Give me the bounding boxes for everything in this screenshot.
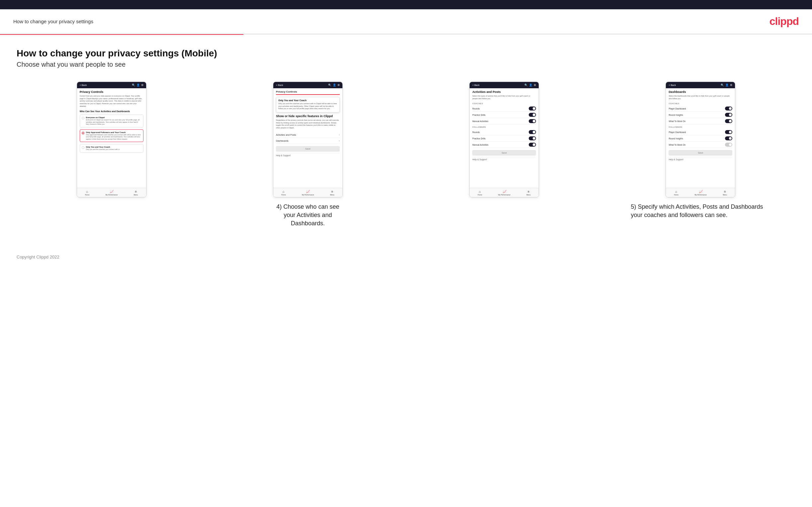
radio-text-approved: Only Approved Followers and Your Coach O… <box>86 131 142 140</box>
followers-workon-toggle-4[interactable] <box>725 143 732 147</box>
search-icon-1[interactable]: 🔍 <box>132 83 135 87</box>
mob-nav-menu-4[interactable]: ≡ Menu <box>723 190 727 196</box>
mobile-frame-1: < Back 🔍 👤 ⚙ Privacy Controls Control ho… <box>77 81 146 198</box>
back-btn-4[interactable]: < Back <box>668 84 676 86</box>
perf-icon-1: 📈 <box>110 190 114 193</box>
show-hide-title-2: Show or hide specific features in Clippd <box>276 114 340 118</box>
radio-option-youcoach[interactable]: Only You and Your Coach Only you and the… <box>80 144 144 153</box>
mob-nav-home-1[interactable]: ⌂ Home <box>85 190 89 196</box>
help-support-2: Help & Support <box>276 153 340 158</box>
radio-circle-approved <box>82 132 84 134</box>
toggle-followers-manual-3[interactable]: Manual Activities <box>472 142 536 148</box>
screenshot-block-3: < Back 🔍 👤 ⚙ Activities and Posts Select… <box>409 81 599 198</box>
topbar-icons-2: 🔍 👤 ⚙ <box>328 83 340 87</box>
activities-posts-title-3: Activities and Posts <box>472 90 536 94</box>
followers-rounds-label-3: Rounds <box>472 131 479 133</box>
privacy-desc-1: Control how you and your data appears to… <box>80 95 144 108</box>
settings-icon-2[interactable]: ⚙ <box>338 83 340 87</box>
coaches-insights-label-4: Round Insights <box>668 114 683 116</box>
save-btn-4[interactable]: Save <box>668 150 732 156</box>
screenshot-block-1: < Back 🔍 👤 ⚙ Privacy Controls Control ho… <box>16 81 206 198</box>
save-btn-2[interactable]: Save <box>276 146 340 152</box>
toggle-coaches-insights-4[interactable]: Round Insights <box>668 112 732 118</box>
search-icon-4[interactable]: 🔍 <box>721 83 724 87</box>
search-icon-2[interactable]: 🔍 <box>328 83 332 87</box>
save-btn-3[interactable]: Save <box>472 150 536 156</box>
nav-dashboards[interactable]: Dashboards › <box>276 138 340 144</box>
activities-chevron: › <box>339 133 340 136</box>
mob-content-2: Privacy Controls Only You and Your Coach… <box>273 88 342 188</box>
mob-nav-home-2[interactable]: ⌂ Home <box>281 190 286 196</box>
mob-nav-perf-2[interactable]: 📈 My Performance <box>302 190 314 196</box>
people-icon-3[interactable]: 👤 <box>529 83 532 87</box>
home-label-4: Home <box>674 194 678 196</box>
mob-nav-menu-2[interactable]: ≡ Menu <box>330 190 335 196</box>
search-icon-3[interactable]: 🔍 <box>524 83 528 87</box>
mob-nav-home-3[interactable]: ⌂ Home <box>477 190 482 196</box>
perf-icon-2: 📈 <box>306 190 310 193</box>
toggle-followers-insights-4[interactable]: Round Insights <box>668 135 732 142</box>
popup-title-2: Only You and Your Coach <box>278 99 338 102</box>
coaches-manual-toggle-3[interactable] <box>529 119 536 123</box>
settings-icon-1[interactable]: ⚙ <box>141 83 144 87</box>
toggle-coaches-workon-4[interactable]: What To Work On <box>668 118 732 124</box>
topbar-icons-3: 🔍 👤 ⚙ <box>524 83 536 87</box>
people-icon-1[interactable]: 👤 <box>137 83 140 87</box>
settings-icon-4[interactable]: ⚙ <box>730 83 732 87</box>
mob-nav-menu-1[interactable]: ≡ Menu <box>134 190 138 196</box>
toggle-coaches-player-4[interactable]: Player Dashboard <box>668 106 732 112</box>
back-btn-3[interactable]: < Back <box>472 84 479 86</box>
copyright: Copyright Clippd 2022 <box>16 255 59 260</box>
dashboards-label: Dashboards <box>276 140 289 142</box>
coaches-workon-toggle-4[interactable] <box>725 119 732 123</box>
mob-topbar-3: < Back 🔍 👤 ⚙ <box>470 82 539 88</box>
mob-nav-menu-3[interactable]: ≡ Menu <box>526 190 531 196</box>
followers-insights-toggle-4[interactable] <box>725 136 732 140</box>
home-icon-1: ⌂ <box>86 190 88 193</box>
followers-drills-toggle-3[interactable] <box>529 136 536 140</box>
topbar-icons-1: 🔍 👤 ⚙ <box>132 83 144 87</box>
toggle-followers-player-4[interactable]: Player Dashboard <box>668 129 732 135</box>
coaches-workon-label-4: What To Work On <box>668 120 686 122</box>
perf-label-3: My Performance <box>498 194 510 196</box>
coaches-rounds-toggle-3[interactable] <box>529 107 536 111</box>
menu-icon-1: ≡ <box>135 190 137 193</box>
toggle-coaches-rounds-3[interactable]: Rounds <box>472 106 536 112</box>
settings-icon-3[interactable]: ⚙ <box>534 83 536 87</box>
perf-label-2: My Performance <box>302 194 314 196</box>
mob-nav-perf-1[interactable]: 📈 My Performance <box>106 190 118 196</box>
toggle-followers-rounds-3[interactable]: Rounds <box>472 129 536 135</box>
back-btn-1[interactable]: < Back <box>80 84 87 86</box>
toggle-followers-drills-3[interactable]: Practice Drills <box>472 135 536 142</box>
coaches-drills-toggle-3[interactable] <box>529 113 536 117</box>
followers-label-3: FOLLOWERS <box>472 126 536 128</box>
radio-option-approved[interactable]: Only Approved Followers and Your Coach O… <box>80 129 144 143</box>
mob-nav-perf-3[interactable]: 📈 My Performance <box>498 190 510 196</box>
coaches-insights-toggle-4[interactable] <box>725 113 732 117</box>
toggle-coaches-drills-3[interactable]: Practice Drills <box>472 112 536 118</box>
home-icon-3: ⌂ <box>479 190 481 193</box>
help-support-4: Help & Support <box>668 157 732 162</box>
nav-activities-posts[interactable]: Activities and Posts › <box>276 132 340 138</box>
radio-label-youcoach: Only You and Your Coach <box>86 146 120 148</box>
people-icon-2[interactable]: 👤 <box>333 83 336 87</box>
toggle-followers-workon-4[interactable]: What To Work On <box>668 142 732 148</box>
people-icon-4[interactable]: 👤 <box>725 83 729 87</box>
mobile-frame-4: < Back 🔍 👤 ⚙ Dashboards Select the dashb… <box>666 81 735 198</box>
caption-5: 5) Specify which Activities, Posts and D… <box>631 203 770 219</box>
followers-player-toggle-4[interactable] <box>725 130 732 134</box>
followers-manual-toggle-3[interactable] <box>529 143 536 147</box>
header-title: How to change your privacy settings <box>13 18 93 24</box>
toggle-coaches-manual-3[interactable]: Manual Activities <box>472 118 536 124</box>
back-btn-2[interactable]: < Back <box>276 84 283 86</box>
mob-nav-perf-4[interactable]: 📈 My Performance <box>695 190 707 196</box>
topbar-icons-4: 🔍 👤 ⚙ <box>721 83 732 87</box>
radio-option-everyone[interactable]: Everyone on Clippd Everyone on Clippd ca… <box>80 114 144 127</box>
home-label-3: Home <box>477 194 482 196</box>
mob-bottom-nav-3: ⌂ Home 📈 My Performance ≡ Menu <box>470 188 539 197</box>
mob-topbar-1: < Back 🔍 👤 ⚙ <box>77 82 146 88</box>
mob-nav-home-4[interactable]: ⌂ Home <box>674 190 678 196</box>
followers-rounds-toggle-3[interactable] <box>529 130 536 134</box>
coaches-player-toggle-4[interactable] <box>725 107 732 111</box>
followers-workon-label-4: What To Work On <box>668 144 686 146</box>
